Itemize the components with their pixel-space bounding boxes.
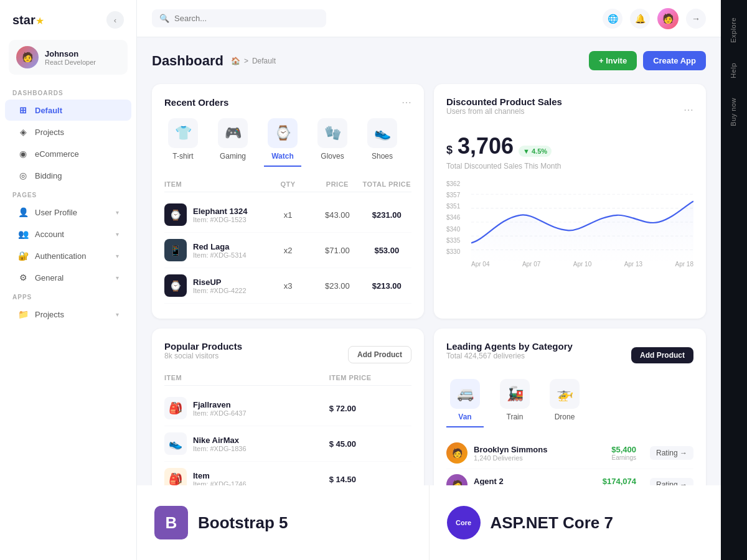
pp-item-name: Nike AirMax	[193, 436, 247, 445]
search-bar[interactable]: 🔍	[152, 9, 326, 27]
pp-item-info: 👟 Nike AirMax Item: #XDG-1836	[164, 432, 329, 455]
user-icon: 👤	[17, 207, 29, 217]
tab-gloves[interactable]: 🧤 Gloves	[314, 118, 351, 167]
chevron-down-icon: ▾	[116, 274, 119, 281]
chart-svg	[471, 180, 693, 264]
card-header-recent-orders: Recent Orders ⋯	[164, 96, 411, 108]
chart-x-label: Apr 07	[522, 261, 540, 268]
card-menu-icon[interactable]: ⋯	[402, 96, 411, 108]
table-row: ⌚ Elephant 1324 Item: #XDG-1523 x1 $43.0…	[164, 197, 411, 233]
sidebar-item-label: Projects	[35, 310, 64, 319]
tab-label-train: Train	[507, 413, 524, 421]
aspnet-logo: Core	[447, 506, 481, 539]
pp-title: Popular Products	[164, 341, 242, 352]
orders-table-header: ITEM QTY PRICE TOTAL PRICE	[164, 177, 411, 192]
tshirt-icon: 👕	[168, 118, 198, 148]
watch-icon: ⌚	[268, 118, 298, 148]
logo-text: star	[12, 13, 35, 27]
sidebar-item-projects[interactable]: ◈ Projects	[5, 121, 131, 142]
help-bar-item[interactable]: Help	[727, 55, 741, 86]
create-app-button[interactable]: Create App	[643, 51, 706, 70]
chevron-down-icon: ▾	[116, 253, 119, 259]
sidebar-user[interactable]: 🧑 Johnson React Developer	[9, 40, 128, 75]
tab-van[interactable]: 🚐 Van	[446, 379, 484, 427]
order-qty: x1	[263, 210, 312, 220]
pp-col-item: ITEM	[164, 374, 329, 381]
tab-drone[interactable]: 🚁 Drone	[546, 379, 583, 427]
bidding-icon: ◎	[17, 170, 29, 180]
sidebar-collapse-button[interactable]: ‹	[106, 11, 124, 29]
gloves-icon: 🧤	[317, 118, 347, 148]
sidebar-item-app-projects[interactable]: 📁 Projects ▾	[5, 304, 131, 325]
chart-x-label: Apr 13	[624, 261, 642, 268]
la-subtitle: Total 424,567 deliveries	[446, 352, 573, 360]
pp-col-price: ITEM PRICE	[329, 374, 411, 381]
sidebar-item-label: Projects	[35, 128, 64, 137]
ecommerce-icon: ◉	[17, 149, 29, 159]
globe-icon[interactable]: 🌐	[603, 9, 622, 29]
right-bar: Explore Help Buy now	[721, 0, 747, 560]
sidebar-item-userprofile[interactable]: 👤 User Profile ▾	[5, 202, 131, 223]
pp-title-area: Popular Products 8k social visitors	[164, 341, 242, 368]
tab-gaming[interactable]: 🎮 Gaming	[214, 118, 251, 167]
chevron-down-icon: ▾	[116, 209, 119, 216]
order-qty: x3	[263, 281, 312, 291]
sidebar-item-default[interactable]: ⊞ Default	[5, 100, 131, 121]
order-item-details: Elephant 1324 Item: #XDG-1523	[193, 207, 247, 223]
pp-item-name: Item	[193, 471, 247, 480]
user-avatar[interactable]: 🧑	[657, 8, 679, 29]
add-product-button[interactable]: Add Product	[348, 346, 411, 363]
order-item-details: RiseUP Item: #XDG-4222	[193, 278, 247, 294]
order-item-phone-icon: 📱	[164, 239, 187, 261]
pp-item-details: Nike AirMax Item: #XDG-1836	[193, 436, 247, 452]
buynow-bar-item[interactable]: Buy now	[727, 90, 741, 134]
gear-icon: ⚙	[17, 273, 29, 282]
chart-label-y: $330	[446, 248, 460, 255]
breadcrumb-current: Default	[252, 57, 276, 65]
agent-earnings: $5,400	[593, 445, 636, 454]
sidebar-item-general[interactable]: ⚙ General ▾	[5, 267, 131, 288]
sneaker-icon: 👟	[164, 432, 187, 455]
agent-earnings: $174,074	[593, 477, 636, 486]
backpack-icon: 🎒	[164, 397, 187, 419]
page-content: Dashboard 🏠 > Default + Invite Create Ap…	[137, 37, 721, 560]
chart-x-labels: Apr 04 Apr 07 Apr 10 Apr 13 Apr 18	[471, 261, 693, 268]
search-icon: 🔍	[159, 14, 169, 23]
ds-badge: ▼ 4.5%	[519, 146, 552, 157]
col-qty: QTY	[263, 180, 312, 188]
order-item-name: RiseUP	[193, 278, 247, 287]
la-add-product-button[interactable]: Add Product	[631, 347, 693, 363]
tab-watch[interactable]: ⌚ Watch	[264, 118, 301, 167]
chart-label-y: $335	[446, 237, 460, 244]
tab-tshirt[interactable]: 👕 T-shirt	[164, 118, 202, 167]
sidebar-item-label: Bidding	[35, 171, 62, 180]
tab-label-drone: Drone	[555, 413, 575, 421]
order-item-info: 📱 Red Laga Item: #XDG-5314	[164, 239, 263, 261]
user-info: Johnson React Developer	[45, 49, 96, 66]
invite-button[interactable]: + Invite	[589, 51, 637, 70]
logo-star: ★	[35, 16, 44, 26]
promo-bootstrap: B Bootstrap 5	[137, 485, 430, 560]
pp-item-name: Fjallraven	[193, 400, 247, 409]
tab-train[interactable]: 🚂 Train	[496, 379, 533, 427]
rating-button[interactable]: Rating →	[650, 446, 693, 460]
card-menu-icon[interactable]: ⋯	[684, 104, 693, 116]
sidebar-item-authentication[interactable]: 🔐 Authentication ▾	[5, 245, 131, 266]
grid-icon: ⊞	[17, 105, 29, 115]
sidebar-item-bidding[interactable]: ◎ Bidding	[5, 165, 131, 186]
sidebar-item-ecommerce[interactable]: ◉ eCommerce	[5, 143, 131, 164]
sidebar-item-account[interactable]: 👥 Account ▾	[5, 223, 131, 245]
chart-label-y: $357	[446, 192, 460, 198]
notification-icon[interactable]: 🔔	[630, 9, 650, 29]
aspnet-label: ASP.NET Core 7	[491, 513, 613, 533]
tab-shoes[interactable]: 👟 Shoes	[364, 118, 401, 167]
search-input[interactable]	[174, 14, 299, 23]
chart-x-label: Apr 18	[675, 261, 693, 268]
page-header: Dashboard 🏠 > Default + Invite Create Ap…	[152, 50, 706, 72]
explore-bar-item[interactable]: Explore	[727, 10, 741, 50]
arrow-right-icon[interactable]: →	[686, 9, 706, 29]
order-item-id: Item: #XDG-1523	[193, 216, 247, 223]
order-price: $43.00	[312, 210, 362, 220]
agent-name: Brooklyn Simmons	[474, 445, 547, 454]
bootstrap-logo: B	[154, 506, 188, 539]
